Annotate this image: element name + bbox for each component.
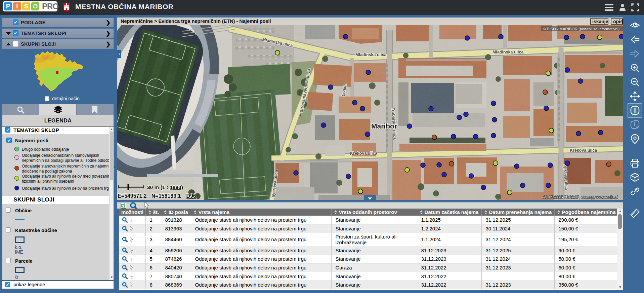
svg-text:21.05.2025 08:02:17, ewmap, ww: 21.05.2025 08:02:17, ewmap, www.realis.s… — [544, 195, 618, 199]
svg-text:30 m (1 : 1890): 30 m (1 : 1890) — [147, 184, 183, 190]
svg-text:g: g — [636, 125, 638, 129]
svg-text:© PISO - MARIBOR (podatki so i: © PISO - MARIBOR (podatki so informativn… — [543, 27, 619, 31]
svg-text:x: x — [122, 205, 124, 208]
